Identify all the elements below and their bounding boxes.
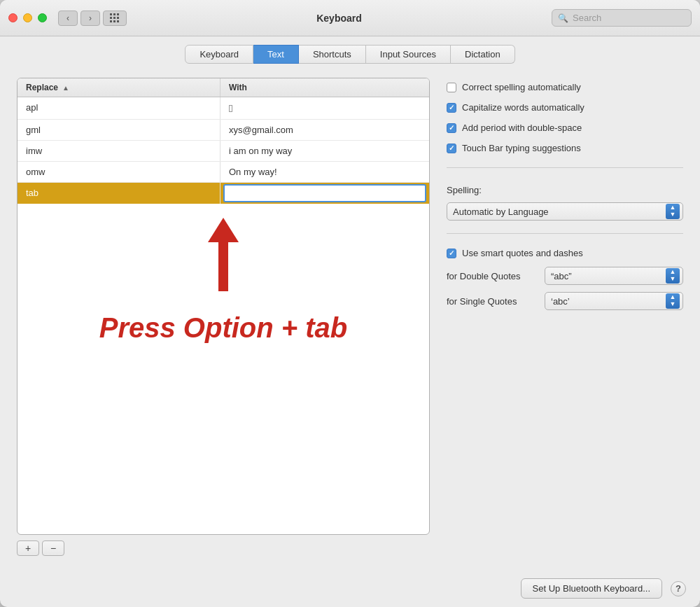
table-row[interactable]: imw i am on my way [18,141,429,162]
with-cell: On my way! [220,162,429,182]
replace-cell: gml [18,120,220,140]
table-row[interactable]: omw On my way! [18,162,429,183]
spelling-label: Spelling: [447,185,683,195]
titlebar: ‹ › Keyboard 🔍 [0,0,700,36]
table-panel: Replace ▲ With apl  [17,78,430,556]
single-quotes-row: for Single Quotes ‘abc’ ▲ ▼ [447,292,683,310]
grid-icon [110,13,120,23]
table-header: Replace ▲ With [18,78,429,97]
touchbar-row: Touch Bar typing suggestions [447,141,683,155]
replace-cell: omw [18,162,220,182]
divider [447,167,683,168]
with-cell: xys@gmail.com [220,120,429,140]
smart-quotes-row: Use smart quotes and dashes [447,246,683,260]
double-quotes-value: “abc” [551,271,666,281]
tab-keyboard[interactable]: Keyboard [185,45,253,64]
correct-spelling-label: Correct spelling automatically [462,82,581,92]
help-button[interactable]: ? [671,581,686,596]
arrow-body-icon [218,242,228,291]
table-controls: + − [17,540,430,556]
spelling-select[interactable]: Automatic by Language ▲ ▼ [447,202,683,221]
single-quotes-arrows-icon: ▲ ▼ [666,293,680,309]
double-quotes-arrows-icon: ▲ ▼ [666,268,680,284]
right-panel: Correct spelling automatically Capitaliz… [447,78,683,556]
sort-icon: ▲ [62,84,69,92]
replace-cell-selected: tab [18,183,220,204]
maximize-button[interactable] [38,13,47,22]
single-quotes-label: for Single Quotes [447,296,538,307]
bluetooth-keyboard-button[interactable]: Set Up Bluetooth Keyboard... [521,578,662,599]
double-quotes-select[interactable]: “abc” ▲ ▼ [545,267,683,285]
smart-quotes-checkbox[interactable] [447,249,456,258]
arrow-head-icon [208,218,239,242]
apple-icon:  [229,102,232,114]
table-row-selected[interactable]: tab [18,183,429,204]
correct-spelling-checkbox[interactable] [447,83,456,92]
remove-row-button[interactable]: − [42,540,64,556]
touchbar-checkbox[interactable] [447,144,456,153]
with-input[interactable] [223,184,426,202]
with-cell-editing[interactable] [220,183,429,204]
double-quotes-label: for Double Quotes [447,271,538,281]
close-button[interactable] [8,13,18,22]
with-column-header: With [220,78,429,97]
tab-input-sources[interactable]: Input Sources [366,45,451,64]
arrow-annotation [208,218,239,291]
back-button[interactable]: ‹ [58,11,78,26]
spelling-select-value: Automatic by Language [453,207,666,217]
search-input[interactable] [573,13,685,23]
table-row[interactable]: apl  [18,97,429,120]
table-body: apl  gml xys@gmail.com imw i am on my w… [18,97,429,204]
correct-spelling-row: Correct spelling automatically [447,81,683,94]
replace-cell: apl [18,97,220,119]
capitalize-label: Capitalize words automatically [462,102,584,113]
search-box[interactable]: 🔍 [552,9,692,27]
with-cell:  [220,97,429,119]
traffic-lights [8,13,47,22]
period-label: Add period with double-space [462,123,582,133]
touchbar-label: Touch Bar typing suggestions [462,143,581,153]
spelling-select-arrows-icon: ▲ ▼ [666,204,680,219]
capitalize-checkbox[interactable] [447,103,456,113]
text-replacement-table: Replace ▲ With apl  [17,78,430,535]
bottom-bar: Set Up Bluetooth Keyboard... ? [0,570,700,607]
replace-column-header[interactable]: Replace ▲ [18,78,220,97]
divider2 [447,233,683,234]
annotation-area: Press Option + tab [18,204,429,442]
tab-dictation[interactable]: Dictation [451,45,515,64]
search-icon: 🔍 [558,13,568,23]
single-quotes-select[interactable]: ‘abc’ ▲ ▼ [545,292,683,310]
smart-quotes-label: Use smart quotes and dashes [462,248,583,258]
forward-button[interactable]: › [80,11,100,26]
single-quotes-value: ‘abc’ [551,296,666,307]
content-area: Replace ▲ With apl  [0,64,700,570]
spelling-select-row: Automatic by Language ▲ ▼ [447,202,683,221]
tabbar: Keyboard Text Shortcuts Input Sources Di… [0,36,700,64]
period-checkbox[interactable] [447,123,456,133]
add-row-button[interactable]: + [17,540,39,556]
with-cell: i am on my way [220,141,429,161]
window-title: Keyboard [127,13,552,24]
period-row: Add period with double-space [447,121,683,134]
press-option-label: Press Option + tab [99,312,348,344]
minimize-button[interactable] [23,13,32,22]
capitalize-row: Capitalize words automatically [447,101,683,114]
replace-cell: imw [18,141,220,161]
tab-text[interactable]: Text [253,45,299,64]
double-quotes-row: for Double Quotes “abc” ▲ ▼ [447,267,683,285]
tab-shortcuts[interactable]: Shortcuts [299,45,366,64]
grid-button[interactable] [103,11,127,26]
annotation-wrapper: Press Option + tab [18,204,429,442]
nav-buttons: ‹ › [58,11,100,26]
window: ‹ › Keyboard 🔍 Keyboard Text Shortcuts I… [0,0,700,607]
table-row[interactable]: gml xys@gmail.com [18,120,429,141]
